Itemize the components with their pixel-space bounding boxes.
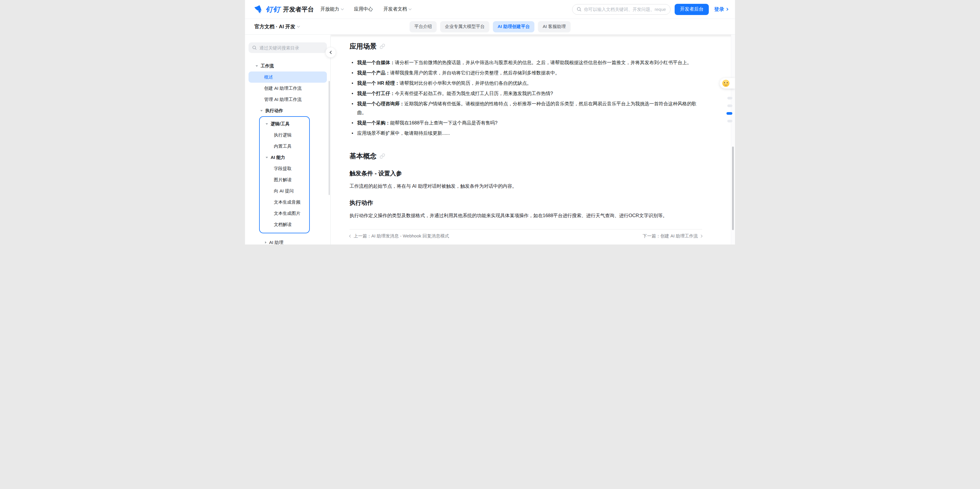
main-nav: 开放能力 应用中心 开发者文档 [320, 6, 411, 12]
next-article-label: 下一篇：创建 AI 助理工作流 [643, 233, 698, 239]
scenario-list-item: 我是一个产品：请帮我搜集用户的需求，并自动将它们进行分类整理，然后存储到多维数据… [350, 68, 702, 78]
doc-sidebar: 工作流概述创建 AI 助理工作流管理 AI 助理工作流执行动作 逻辑/工具执行逻… [245, 35, 331, 244]
nav-item-app-center[interactable]: 应用中心 [354, 6, 373, 12]
scenario-list-item: 我是一个 HR 经理：请帮我对比分析小华和大华的简历，并评估他们各自的优缺点。 [350, 79, 702, 88]
main-scrollbar-thumb[interactable] [732, 146, 734, 230]
sidebar-item-label: 工作流 [261, 63, 274, 69]
section-indicator-dot[interactable] [727, 120, 732, 122]
scenario-lead: 我是一个采购： [357, 120, 390, 125]
sidebar-item-AI 助理[interactable]: AI 助理 [248, 237, 327, 244]
section-indicator [727, 97, 732, 122]
logo-brand-text: 钉钉 [266, 5, 280, 14]
footer-divider [350, 229, 702, 230]
heading-text: 基本概念 [350, 151, 377, 160]
caret-down-icon [266, 123, 268, 125]
sidebar-item-执行动作[interactable]: 执行动作 [248, 105, 327, 116]
scenario-list-item: 应用场景不断扩展中，敬请期待后续更新...... [350, 129, 702, 138]
section-indicator-dot-active[interactable] [727, 112, 732, 115]
scenario-text: 今天有些提不起劲工作。能否为我生成打工人日历，用来激发我的工作热情? [395, 91, 553, 96]
next-article-link[interactable]: 下一篇：创建 AI 助理工作流 [643, 233, 702, 239]
caret-right-icon [265, 241, 267, 244]
sidebar-item-label: 执行动作 [265, 108, 283, 114]
feedback-widget[interactable] [720, 78, 735, 89]
subheading-action: 执行动作 [350, 199, 702, 207]
sidebar-item-向 AI 提问[interactable]: 向 AI 提问 [260, 185, 309, 197]
sidebar-collapse-button[interactable] [325, 47, 336, 58]
doc-pager: 上一篇：AI 助理发消息 - Webhook 回复消息模式 下一篇：创建 AI … [350, 233, 702, 239]
chevron-right-icon [700, 235, 703, 238]
link-icon[interactable] [380, 153, 385, 159]
sidebar-item-执行逻辑[interactable]: 执行逻辑 [260, 129, 309, 141]
platform-tabs: 平台介绍企业专属大模型平台AI 助理创建平台AI 客服助理 [410, 21, 571, 32]
sidebar-item-label: 文本生成音频 [274, 200, 301, 205]
body-wrap: 工作流概述创建 AI 助理工作流管理 AI 助理工作流执行动作 逻辑/工具执行逻… [245, 35, 735, 244]
scenario-text: 请分析一下当前微博的热搜话题，并从中筛选出与股票相关的信息。之后，请帮助我根据这… [395, 60, 692, 65]
search-icon [252, 45, 257, 50]
sidebar-item-内置工具[interactable]: 内置工具 [260, 141, 309, 152]
tab-企业专属大模型平台[interactable]: 企业专属大模型平台 [440, 21, 489, 32]
sidebar-item-概述[interactable]: 概述 [248, 71, 327, 83]
prev-article-label: 上一篇：AI 助理发消息 - Webhook 回复消息模式 [354, 233, 449, 239]
chevron-left-icon [329, 51, 333, 54]
chevron-down-icon [409, 7, 412, 10]
section-indicator-dot[interactable] [727, 105, 732, 107]
sidebar-item-label: 文档解读 [274, 222, 291, 227]
nav-item-open-capabilities[interactable]: 开放能力 [320, 6, 344, 12]
sidebar-item-label: 内置工具 [274, 144, 291, 149]
sidebar-search[interactable] [248, 42, 327, 53]
tab-AI 助理创建平台[interactable]: AI 助理创建平台 [493, 21, 535, 32]
search-icon [577, 7, 582, 12]
dingtalk-logo[interactable]: 钉钉 开发者平台 [255, 5, 314, 14]
caret-down-icon [260, 110, 262, 111]
sidebar-scrollbar[interactable] [329, 81, 330, 195]
chevron-down-icon [341, 7, 344, 10]
doc-content: 应用场景 我是一个自媒体：请分析一下当前微博的热搜话题，并从中筛选出与股票相关的… [331, 35, 731, 244]
sidebar-search-input[interactable] [259, 45, 323, 50]
top-navbar: 钉钉 开发者平台 开放能力 应用中心 开发者文档 开发者后台 登录 [245, 0, 735, 19]
scenario-lead: 我是一个 HR 经理： [357, 81, 399, 86]
global-search-input[interactable] [584, 7, 666, 12]
sidebar-item-逻辑/工具[interactable]: 逻辑/工具 [260, 118, 309, 129]
prev-article-link[interactable]: 上一篇：AI 助理发消息 - Webhook 回复消息模式 [350, 233, 449, 239]
sidebar-tree-highlight-box: 逻辑/工具执行逻辑内置工具AI 能力字段提取图片解读向 AI 提问文本生成音频文… [259, 116, 310, 233]
section-indicator-dot[interactable] [727, 97, 732, 100]
paragraph-action: 执行动作定义操作的类型及数据格式，并通过利用其他系统的功能来实现具体某项操作，如… [350, 212, 702, 219]
global-search[interactable] [572, 4, 670, 15]
scenario-lead: 我是一个心理咨询师： [357, 101, 404, 106]
chevron-left-icon [349, 235, 352, 238]
sidebar-item-label: 执行逻辑 [274, 132, 291, 138]
sidebar-item-label: 向 AI 提问 [274, 188, 294, 194]
main-scrollbar-track [731, 35, 735, 244]
scenario-list-item: 我是一个心理咨询师：近期我的客户情绪有些低落。请根据他的性格特点，分析推荐一种合… [350, 100, 702, 117]
sidebar-item-图片解读[interactable]: 图片解读 [260, 174, 309, 185]
section-heading-concepts: 基本概念 [350, 151, 702, 160]
logo-suffix-text: 开发者平台 [283, 5, 314, 14]
sidebar-tree-top: 工作流概述创建 AI 助理工作流管理 AI 助理工作流执行动作 [248, 60, 327, 116]
caret-down-icon [256, 65, 258, 67]
tab-平台介绍[interactable]: 平台介绍 [410, 21, 437, 32]
doc-switcher[interactable]: 官方文档 · AI 开发 [255, 23, 299, 30]
nav-item-label: 开发者文档 [383, 6, 407, 12]
developer-console-button[interactable]: 开发者后台 [675, 4, 709, 15]
sidebar-item-文档解读[interactable]: 文档解读 [260, 219, 309, 230]
nav-item-developer-docs[interactable]: 开发者文档 [383, 6, 411, 12]
sidebar-item-label: 管理 AI 助理工作流 [264, 97, 302, 102]
smiley-emoji-icon [722, 80, 729, 87]
sidebar-item-label: 概述 [264, 75, 273, 80]
sidebar-item-工作流[interactable]: 工作流 [248, 60, 327, 71]
scenario-text: 请帮我搜集用户的需求，并自动将它们进行分类整理，然后存储到多维数据表中。 [390, 70, 560, 75]
sidebar-item-label: 逻辑/工具 [270, 121, 290, 127]
caret-down-icon [266, 157, 268, 158]
sidebar-item-AI 能力[interactable]: AI 能力 [260, 152, 309, 163]
login-link[interactable]: 登录 [714, 6, 728, 13]
sidebar-item-文本生成图片[interactable]: 文本生成图片 [260, 208, 309, 219]
heading-text: 应用场景 [350, 42, 377, 51]
sidebar-item-label: 文本生成图片 [274, 211, 301, 216]
sidebar-item-文本生成音频[interactable]: 文本生成音频 [260, 197, 309, 208]
sidebar-item-字段提取[interactable]: 字段提取 [260, 163, 309, 174]
sidebar-item-管理 AI 助理工作流[interactable]: 管理 AI 助理工作流 [248, 94, 327, 105]
tab-AI 客服助理[interactable]: AI 客服助理 [538, 21, 570, 32]
link-icon[interactable] [380, 44, 385, 49]
sidebar-item-创建 AI 助理工作流[interactable]: 创建 AI 助理工作流 [248, 83, 327, 94]
paragraph-trigger: 工作流程的起始节点，将在与 AI 助理对话时被触发，触发条件为对话中的内容。 [350, 183, 702, 190]
